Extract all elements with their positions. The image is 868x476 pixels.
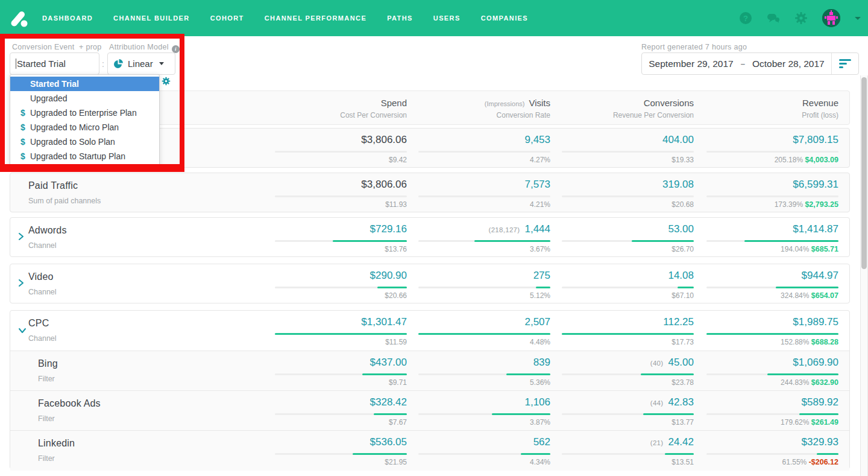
nav-item-paths[interactable]: PATHS — [387, 14, 413, 22]
table-row-video: VideoChannel$290.90$20.662755.12%14.08$6… — [10, 264, 849, 304]
revenue-value[interactable]: $1,069.90 — [793, 357, 838, 369]
dropdown-option-upgraded-to-startup-plan[interactable]: $Upgraded to Startup Plan — [10, 149, 159, 163]
settings-gear-icon[interactable] — [162, 77, 171, 86]
help-icon[interactable]: ? — [739, 11, 752, 25]
visits-value[interactable]: 7,573 — [524, 179, 550, 191]
revenue-value[interactable]: $944.97 — [802, 270, 838, 282]
visits-value[interactable]: (218,127)1,444 — [489, 223, 550, 235]
revenue-value[interactable]: $1,414.87 — [793, 223, 838, 235]
profit-amount: $632.90 — [811, 378, 838, 387]
date-filter-button[interactable] — [831, 53, 858, 74]
chat-icon[interactable] — [767, 11, 780, 25]
expand-chevron-right-icon[interactable] — [18, 279, 24, 290]
collapse-chevron-down-icon[interactable] — [18, 325, 27, 336]
dropdown-option-upgraded[interactable]: Upgraded — [10, 91, 159, 106]
avatar-robot-image — [822, 9, 840, 27]
conversions-value[interactable]: 14.08 — [668, 270, 694, 282]
app-logo-icon[interactable] — [8, 7, 31, 30]
avatar[interactable] — [822, 9, 840, 27]
gear-icon[interactable] — [794, 11, 808, 25]
attribution-model-value: Linear — [128, 59, 153, 69]
conversions-value[interactable]: 319.08 — [662, 179, 694, 191]
spend-value[interactable]: $290.90 — [370, 270, 407, 282]
profit-amount: $4,003.09 — [805, 156, 838, 164]
date-range-picker[interactable]: September 29, 2017 – October 28, 2017 — [641, 52, 859, 75]
dropdown-option-started-trial[interactable]: Started Trial — [10, 77, 159, 91]
conversions-value[interactable]: (40)45.00 — [650, 357, 694, 369]
visits-value[interactable]: 2,507 — [524, 316, 550, 328]
conversions-value[interactable]: (21)24.42 — [650, 436, 694, 448]
attribution-model-select[interactable]: Linear — [107, 52, 175, 75]
revenue-subvalue: 179.62% $261.49 — [781, 418, 838, 427]
row-title: Facebook Ads — [38, 398, 101, 409]
visits-value[interactable]: 9,453 — [524, 134, 550, 146]
conversions-subvalue: $13.77 — [671, 418, 694, 427]
expand-chevron-right-icon[interactable] — [18, 232, 24, 243]
column-subheader-conversions[interactable]: Revenue Per Conversion — [613, 111, 694, 119]
dropdown-option-upgraded-to-micro-plan[interactable]: $Upgraded to Micro Plan — [10, 120, 159, 135]
dropdown-option-upgraded-to-enterprise-plan[interactable]: $Upgraded to Enterprise Plan — [10, 106, 159, 120]
nav-item-channel-builder[interactable]: CHANNEL BUILDER — [113, 14, 190, 22]
conversion-event-input[interactable]: Started Trial — [10, 52, 99, 75]
column-subheader-revenue[interactable]: Profit (loss) — [802, 111, 838, 119]
conversions-subvalue: $26.70 — [671, 245, 694, 253]
visits-value[interactable]: 839 — [533, 357, 550, 369]
value-bar — [506, 373, 550, 375]
visits-value[interactable]: 275 — [533, 270, 550, 282]
value-bar — [744, 240, 838, 242]
spend-subvalue: $20.66 — [385, 291, 407, 300]
spend-value[interactable]: $437.00 — [370, 357, 407, 369]
dollar-icon: $ — [20, 135, 25, 149]
revenue-value[interactable]: $589.92 — [802, 396, 838, 408]
conversions-value[interactable]: 53.00 — [668, 223, 694, 235]
profit-amount: $688.28 — [811, 338, 838, 346]
revenue-cell: $1,069.90244.83% $632.90 — [706, 351, 838, 391]
visits-value[interactable]: 562 — [533, 436, 550, 448]
nav-item-channel-performance[interactable]: CHANNEL PERFORMANCE — [265, 14, 366, 22]
conversions-value[interactable]: (44)42.83 — [650, 396, 694, 408]
revenue-subvalue: 205.18% $4,003.09 — [775, 156, 838, 164]
revenue-value[interactable]: $1,989.75 — [793, 316, 838, 328]
table-row-cpc: CPCChannel$1,301.47$11.592,5074.48%112.2… — [10, 311, 849, 351]
account-chevron-down-icon[interactable] — [855, 17, 861, 20]
filter-icon — [839, 59, 851, 61]
profit-amount: $654.07 — [811, 291, 838, 300]
spend-value[interactable]: $328.42 — [370, 396, 407, 408]
column-subheader-visits[interactable]: Conversion Rate — [497, 111, 550, 119]
spend-value[interactable]: $536.05 — [370, 436, 407, 448]
nav-item-dashboard[interactable]: DASHBOARD — [42, 14, 93, 22]
revenue-subvalue: 152.88% $688.28 — [781, 338, 838, 346]
conversions-subvalue: $20.68 — [671, 200, 694, 209]
row-subtitle: Filter — [38, 454, 55, 463]
nav-item-companies[interactable]: COMPANIES — [481, 14, 528, 22]
table-row-adwords: AdwordsChannel$729.16$13.76(218,127)1,44… — [10, 218, 849, 258]
conversions-value[interactable]: 404.00 — [662, 134, 694, 146]
revenue-value[interactable]: $329.93 — [802, 436, 838, 448]
revenue-subvalue: 244.83% $632.90 — [781, 378, 838, 387]
visits-subvalue: 4.27% — [530, 156, 550, 164]
spend-value[interactable]: $1,301.47 — [361, 316, 407, 328]
dropdown-option-upgraded-to-solo-plan[interactable]: $Upgraded to Solo Plan — [10, 135, 159, 149]
nav-item-users[interactable]: USERS — [433, 14, 461, 22]
spend-value[interactable]: $729.16 — [370, 223, 407, 235]
add-prop-link[interactable]: + prop — [79, 43, 102, 51]
revenue-value[interactable]: $7,809.15 — [793, 134, 838, 146]
spend-cell: $729.16$13.76 — [275, 218, 407, 258]
spend-cell: $1,301.47$11.59 — [275, 311, 407, 351]
revenue-value[interactable]: $6,599.31 — [793, 179, 838, 191]
paren-count: (40) — [650, 360, 664, 367]
nav-item-cohort[interactable]: COHORT — [210, 14, 244, 22]
nav-menu: DASHBOARDCHANNEL BUILDERCOHORTCHANNEL PE… — [42, 0, 528, 36]
value-bar — [776, 287, 838, 288]
revenue-cell: $1,414.87194.04% $685.71 — [706, 218, 838, 258]
paren-count: (44) — [650, 399, 664, 407]
spend-subvalue: $21.95 — [385, 458, 407, 466]
conversions-value[interactable]: 112.25 — [663, 316, 694, 328]
row-subtitle: Filter — [38, 414, 55, 423]
visits-value[interactable]: 1,106 — [524, 396, 550, 408]
scrollbar-thumb[interactable] — [861, 77, 867, 269]
visits-subvalue: 5.36% — [530, 378, 550, 387]
text-cursor — [16, 59, 16, 69]
column-subheader-spend[interactable]: Cost Per Conversion — [340, 111, 407, 119]
profit-amount: $685.71 — [811, 245, 838, 253]
